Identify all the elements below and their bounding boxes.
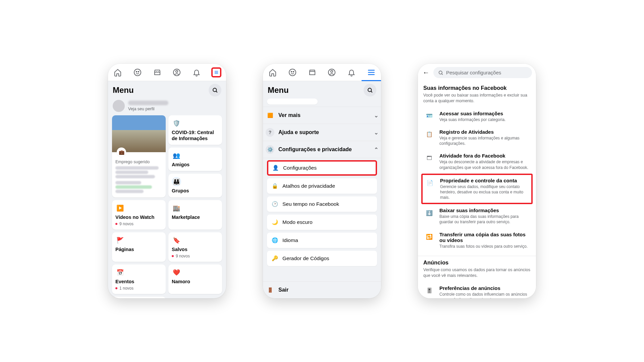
marketplace-card-icon: 🏬 [172,203,181,213]
watch-icon: ▶️ [115,203,125,213]
card-label: Grupos [172,188,219,194]
phone-screen-3: ← Pesquisar configurações Suas informaçõ… [418,64,536,298]
menu-title: Menu [268,85,289,95]
marketplace-icon[interactable] [308,68,317,77]
search-placeholder: Pesquisar configurações [446,70,501,75]
home-icon[interactable] [113,68,122,77]
window-icon: 🗔 [424,153,435,164]
card-label: COVID-19: Central de Informações [172,129,219,141]
active-tab-indicator [362,80,381,81]
briefcase-icon: 💼 [117,147,126,157]
marketplace-card[interactable]: 🏬 Marketplace [168,200,222,230]
row-label: Seu tempo no Facebook [282,201,339,207]
item-desc: Baixe uma cópia das suas informações par… [439,214,530,225]
help-support-row[interactable]: ? Ajuda e suporte ⌄ [263,124,381,141]
dating-card[interactable]: ❤️ Namoro [168,264,222,294]
marketplace-icon[interactable] [153,68,162,77]
privacy-shortcuts-row[interactable]: 🔒 Atalhos de privacidade [267,178,377,194]
settings-list: 👤 Configurações 🔒 Atalhos de privacidade… [263,158,381,270]
item-title: Registro de Atividades [439,129,530,135]
chevron-down-icon: ⌄ [374,112,378,119]
section-desc: Você pode ver ou baixar suas informações… [423,93,531,104]
card-sub: 1 novos [115,286,162,291]
saved-card[interactable]: 🔖 Salvos 9 novos [168,232,222,262]
menu-header: Menu [263,81,381,99]
svg-point-8 [213,88,217,92]
home-icon[interactable] [268,68,277,77]
events-icon: 📅 [115,268,125,277]
see-more-row[interactable]: 🟧 Ver mais ⌄ [263,107,381,124]
menu-header: Menu [108,81,226,99]
search-button[interactable] [364,84,376,97]
your-time-row[interactable]: 🕑 Seu tempo no Facebook [267,196,377,212]
svg-point-14 [331,70,333,72]
activity-log-item[interactable]: 📋 Registro de AtividadesVeja e gerencie … [423,126,531,149]
gaming-card-partial[interactable]: 🎮 [112,297,166,298]
hamburger-menu-icon[interactable] [367,68,376,77]
card-label: Namoro [172,279,219,285]
friends-icon[interactable] [133,68,142,77]
item-desc: Veja e gerencie suas informações e algum… [439,135,530,146]
card-label: Amigos [172,162,219,168]
profile-row[interactable]: Veja seu perfil [108,99,226,115]
item-desc: Transfira suas fotos ou vídeos para outr… [439,244,530,249]
code-generator-row[interactable]: 🔑 Gerador de Códigos [267,251,377,266]
friends-card[interactable]: 👥 Amigos [168,147,222,171]
globe-icon: 🌐 [271,237,278,244]
svg-point-0 [134,69,141,76]
search-icon [438,70,443,75]
card-sub: 9 novos [115,222,162,226]
profile-icon[interactable] [327,68,336,77]
dark-mode-row[interactable]: 🌙 Modo escuro [267,215,377,230]
card-label: Páginas [115,246,162,252]
card-label: Eventos [115,279,162,285]
suggested-title: Emprego sugerido [115,160,162,164]
suggested-job-card[interactable]: 💼 Emprego sugerido [112,115,166,197]
groups-card[interactable]: 👪 Grupos [168,174,222,197]
friends-icon[interactable] [288,68,297,77]
hamburger-menu-icon[interactable] [212,68,221,77]
language-row[interactable]: 🌐 Idioma [267,233,377,248]
section-title: Anúncios [423,259,531,266]
lock-icon: 🔒 [271,182,278,190]
card-sub: 9 novos [172,254,219,258]
chevron-down-icon: ⌄ [374,129,378,136]
back-arrow-icon[interactable]: ← [422,67,430,78]
help-icon: ? [266,128,274,137]
list-icon: 📋 [424,129,435,140]
download-info-item[interactable]: ⬇️ Baixar suas informaçõesBaixe uma cópi… [423,204,531,228]
svg-point-11 [291,71,292,72]
item-title: Atividade fora do Facebook [439,153,530,159]
moon-icon: 🌙 [271,219,278,226]
logout-row[interactable]: 🚪 Sair [263,281,381,298]
bell-icon[interactable] [192,68,201,77]
ad-preferences-item[interactable]: 🎚️ Preferências de anúnciosControle como… [423,282,531,298]
settings-privacy-row[interactable]: ⚙️ Configurações e privacidade ⌃ [263,141,381,158]
videos-card[interactable]: ▶️ Vídeos no Watch 9 novos [112,200,166,230]
account-ownership-item[interactable]: 📄 Propriedade e controle da contaGerenci… [421,174,533,204]
access-info-item[interactable]: 🪪 Acessar suas informaçõesVeja suas info… [423,107,531,126]
off-facebook-item[interactable]: 🗔 Atividade fora do FacebookVeja ou desc… [423,149,531,173]
settings-icon: 👤 [272,164,279,172]
search-input[interactable]: Pesquisar configurações [433,67,532,78]
key-icon: 🔑 [271,255,278,262]
events-card[interactable]: 📅 Eventos 1 novos [112,264,166,294]
pages-card[interactable]: 🚩 Páginas [112,232,166,262]
transfer-icon: 🔁 [424,232,435,242]
search-button[interactable] [209,84,221,97]
groups-icon: 👪 [172,177,181,186]
svg-point-18 [368,88,372,92]
covid-card[interactable]: 🛡️ COVID-19: Central de Informações [168,115,222,145]
menu-grid: 💼 Emprego sugerido 🛡️ COVID-19: Central … [108,115,226,298]
card-label: Vídeos no Watch [115,214,162,220]
phone-screen-1: Menu Veja seu perfil 💼 Emprego sugerido [108,64,226,298]
item-desc: Gerencie seus dados, modifique seu conta… [440,184,529,200]
partial-card [263,99,381,107]
svg-line-21 [442,73,443,74]
transfer-photos-item[interactable]: 🔁 Transferir uma cópia das suas fotos ou… [423,228,531,252]
settings-row[interactable]: 👤 Configurações [267,160,377,176]
profile-icon[interactable] [172,68,181,77]
phone-screen-2: Menu 🟧 Ver mais ⌄ ? Ajuda e suporte ⌄ ⚙️… [263,64,381,298]
download-icon: ⬇️ [424,207,435,218]
bell-icon[interactable] [347,68,356,77]
